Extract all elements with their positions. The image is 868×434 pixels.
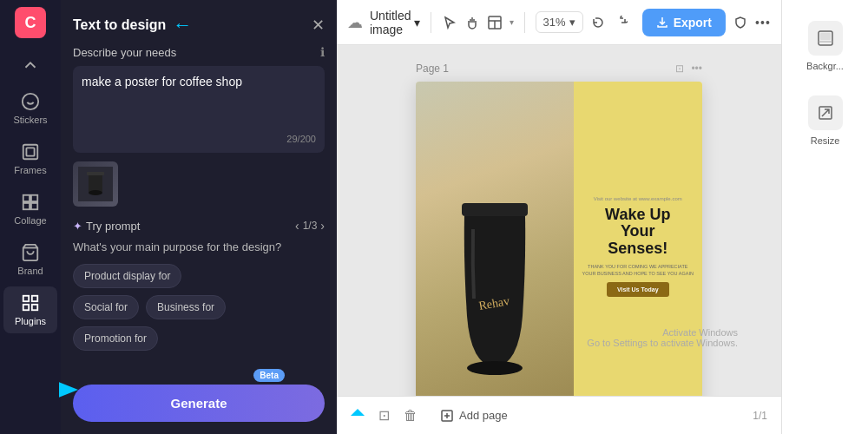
select-icon (443, 16, 457, 30)
file-title[interactable]: Untitled image ▾ (370, 9, 420, 36)
chip-promotion[interactable]: Promotion for (73, 326, 158, 351)
thumbnail-inner (73, 161, 118, 207)
sidebar-item-brand-label: Brand (17, 266, 43, 276)
bottom-bar: ⊡ 🗑 Add page 1/1 (337, 396, 781, 434)
svg-rect-3 (23, 145, 38, 160)
sidebar-item-frames-label: Frames (14, 165, 46, 175)
main-area: ☁ Untitled image ▾ ▾ 31% ▾ Export (337, 0, 781, 434)
svg-rect-12 (23, 305, 29, 310)
generate-button[interactable]: Generate (73, 385, 325, 422)
chip-product[interactable]: Product display for (73, 264, 181, 288)
right-panel-background[interactable]: Backgr... (791, 14, 860, 78)
svg-rect-13 (32, 305, 37, 310)
try-prompt-label[interactable]: ✦ Try prompt (73, 220, 140, 233)
prompt-next-button[interactable]: › (320, 219, 325, 233)
svg-marker-27 (351, 409, 365, 416)
panel-close-button[interactable]: ✕ (312, 16, 325, 35)
zoom-dropdown-icon: ▾ (569, 16, 575, 29)
textarea-wrapper: 29/200 (73, 66, 325, 153)
add-page-button[interactable]: Add page (431, 404, 516, 428)
cloud-icon: ☁ (347, 13, 363, 32)
svg-rect-11 (32, 296, 37, 301)
canvas-container[interactable]: Page 1 ⊡ ••• (337, 45, 781, 396)
sidebar-item-stickers[interactable]: Stickers (3, 85, 57, 132)
page-label: Page 1 (416, 62, 449, 75)
coffee-cup-svg: Rehav (451, 194, 538, 394)
poster-sub-text: THANK YOU FOR COMING WE APPRECIATE YOUR … (581, 263, 696, 278)
select-tool-button[interactable] (442, 9, 457, 36)
panel-title: Text to design ← (73, 14, 192, 36)
more-options-button[interactable]: ••• (755, 9, 771, 36)
add-page-icon (440, 409, 454, 423)
svg-rect-4 (26, 148, 34, 155)
resize-tool-label: Resize (811, 135, 840, 146)
prompt-nav: ‹ 1/3 › (295, 219, 325, 233)
bottom-arrow-icon (351, 409, 365, 423)
char-count: 29/200 (82, 134, 316, 144)
undo-button[interactable] (590, 9, 606, 36)
undo-icon (591, 16, 605, 30)
shield-button[interactable] (733, 9, 748, 36)
describe-section-label: Describe your needs ℹ (73, 45, 325, 59)
toolbar-separator-2 (524, 12, 525, 33)
image-thumbnail[interactable] (73, 161, 118, 207)
panel-body: Describe your needs ℹ 29/200 (61, 45, 337, 376)
svg-rect-32 (820, 33, 831, 40)
toolbar-separator (431, 12, 431, 33)
design-description-input[interactable] (82, 75, 316, 127)
chip-social[interactable]: Social for (73, 295, 139, 319)
icon-sidebar: C Stickers Frames Collage Brand Plugins (0, 0, 61, 434)
hand-tool-button[interactable] (464, 9, 480, 36)
background-tool-icon (808, 21, 843, 56)
background-icon (817, 30, 834, 47)
title-dropdown-icon: ▾ (414, 16, 420, 30)
svg-point-0 (23, 94, 38, 109)
layout-tool-button[interactable] (487, 9, 503, 36)
prompt-prev-button[interactable]: ‹ (295, 219, 299, 233)
right-panel-resize[interactable]: Resize (791, 89, 860, 153)
svg-rect-24 (462, 203, 528, 216)
sidebar-item-plugins[interactable]: Plugins (3, 286, 57, 333)
page-indicator: 1/1 (753, 410, 767, 422)
page-copy-icon[interactable]: ⊡ (675, 62, 684, 75)
svg-point-18 (89, 190, 102, 195)
activate-windows-notice: Activate Windows Go to Settings to activ… (587, 327, 738, 348)
poster-background-image: Rehav (416, 82, 574, 396)
canvas-page[interactable]: Rehav Visit our website at www.example.c… (416, 82, 702, 396)
shield-icon (733, 16, 747, 30)
sidebar-item-collage[interactable]: Collage (3, 186, 57, 233)
try-prompt-row: ✦ Try prompt ‹ 1/3 › (73, 219, 325, 233)
coffee-cup-container: Rehav (451, 194, 538, 394)
sidebar-item-plugins-label: Plugins (15, 316, 46, 326)
more-options-icon: ••• (755, 16, 771, 30)
poster-cta: Visit Us Today (607, 282, 669, 297)
beta-badge: Beta (253, 369, 285, 382)
image-thumbnail-row (73, 161, 325, 207)
panel-title-text: Text to design (73, 17, 166, 33)
sidebar-item-stickers-label: Stickers (13, 115, 47, 125)
chip-business[interactable]: Business for (146, 295, 226, 319)
poster-small-text: Visit our website at www.example.com (594, 196, 682, 201)
svg-rect-7 (23, 203, 30, 209)
right-panel: Backgr... Resize (781, 0, 868, 434)
redo-button[interactable] (613, 9, 628, 36)
export-button[interactable]: Export (642, 9, 726, 36)
page-more-icon[interactable]: ••• (691, 62, 702, 75)
toolbar: ☁ Untitled image ▾ ▾ 31% ▾ Export (337, 0, 781, 45)
panel-footer: Beta Generate (61, 376, 337, 434)
panel-header: Text to design ← ✕ (61, 0, 337, 45)
sidebar-item-frames[interactable]: Frames (3, 135, 57, 182)
text-to-design-panel: Text to design ← ✕ Describe your needs ℹ… (61, 0, 337, 434)
app-logo[interactable]: C (15, 7, 46, 38)
sidebar-item-up[interactable] (3, 49, 57, 82)
sidebar-item-brand[interactable]: Brand (3, 236, 57, 283)
page-label-icons: ⊡ ••• (675, 62, 702, 75)
layout-dropdown-icon: ▾ (510, 17, 514, 27)
zoom-control[interactable]: 31% ▾ (536, 11, 583, 33)
chip-row-3: Promotion for (73, 326, 325, 351)
resize-icon (817, 104, 834, 122)
info-icon[interactable]: ℹ (320, 45, 325, 59)
delete-page-button[interactable]: 🗑 (404, 408, 418, 424)
duplicate-page-button[interactable]: ⊡ (378, 407, 390, 424)
resize-tool-icon (808, 95, 843, 130)
